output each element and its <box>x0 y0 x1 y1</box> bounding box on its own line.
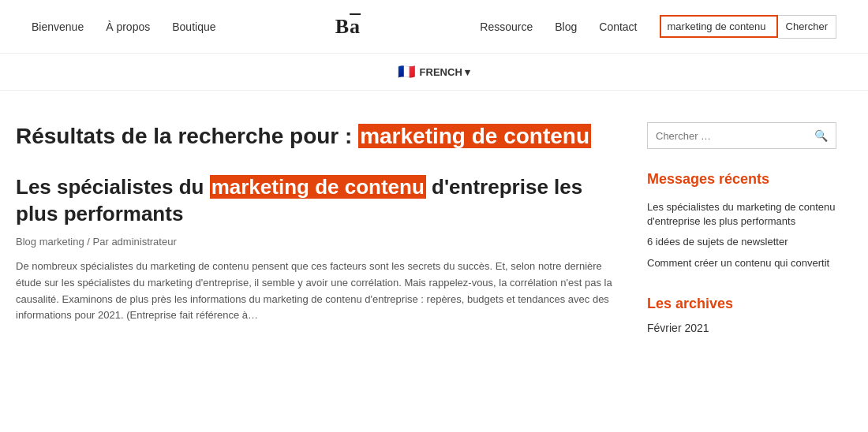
search-title-prefix: Résultats de la recherche pour : <box>16 124 358 148</box>
list-item: Comment créer un contenu qui convertit <box>647 253 836 274</box>
article-item: Les spécialistes du marketing de contenu… <box>16 174 615 324</box>
sidebar-archives-title: Les archives <box>647 296 836 312</box>
header-search-area: Chercher <box>660 15 836 39</box>
nav-right: Ressource Blog Contact Chercher <box>480 15 836 39</box>
list-item: 6 idées de sujets de newsletter <box>647 232 836 252</box>
article-excerpt: De nombreux spécialistes du marketing de… <box>16 259 615 324</box>
flag-icon: 🇫🇷 <box>398 63 415 80</box>
recent-link-1[interactable]: Les spécialistes du marketing de contenu… <box>647 201 835 227</box>
nav-blog[interactable]: Blog <box>555 20 577 33</box>
sidebar-recent-title: Messages récents <box>647 171 836 188</box>
site-header: Bienvenue À propos Boutique Ba Ressource… <box>0 0 868 54</box>
nav-contact[interactable]: Contact <box>599 20 637 33</box>
sidebar-search-input[interactable] <box>648 124 806 148</box>
search-results-title: Résultats de la recherche pour : marketi… <box>16 122 615 151</box>
sidebar-search-icon[interactable]: 🔍 <box>806 123 836 148</box>
article-title-prefix: Les spécialistes du <box>16 175 210 199</box>
sidebar-search-area: 🔍 <box>647 122 836 149</box>
language-selector[interactable]: 🇫🇷 FRENCH ▾ <box>398 63 471 80</box>
language-label: FRENCH ▾ <box>420 66 471 78</box>
article-title-highlight: marketing de contenu <box>210 175 426 199</box>
sidebar: 🔍 Messages récents Les spécialistes du m… <box>647 122 836 334</box>
list-item: Les spécialistes du marketing de contenu… <box>647 197 836 232</box>
content-area: Résultats de la recherche pour : marketi… <box>16 122 647 334</box>
nav-apropos[interactable]: À propos <box>106 20 150 33</box>
main-layout: Résultats de la recherche pour : marketi… <box>0 91 868 350</box>
site-logo[interactable]: Ba <box>335 15 361 39</box>
nav-boutique[interactable]: Boutique <box>172 20 215 33</box>
search-query-highlight: marketing de contenu <box>358 124 591 148</box>
article-meta: Blog marketing / Par administrateur <box>16 236 615 248</box>
archive-link-1[interactable]: Février 2021 <box>647 322 709 334</box>
header-search-input[interactable] <box>660 15 778 38</box>
recent-link-3[interactable]: Comment créer un contenu qui convertit <box>647 257 829 269</box>
nav-bienvenue[interactable]: Bienvenue <box>32 20 84 33</box>
nav-ressource[interactable]: Ressource <box>480 20 533 33</box>
sidebar-archives-list: Février 2021 <box>647 322 836 334</box>
language-bar: 🇫🇷 FRENCH ▾ <box>0 54 868 91</box>
sidebar-recent-links: Les spécialistes du marketing de contenu… <box>647 197 836 274</box>
nav-left: Bienvenue À propos Boutique <box>32 20 216 33</box>
recent-link-2[interactable]: 6 idées de sujets de newsletter <box>647 236 788 248</box>
header-search-button[interactable]: Chercher <box>778 15 836 39</box>
article-title[interactable]: Les spécialistes du marketing de contenu… <box>16 174 615 228</box>
